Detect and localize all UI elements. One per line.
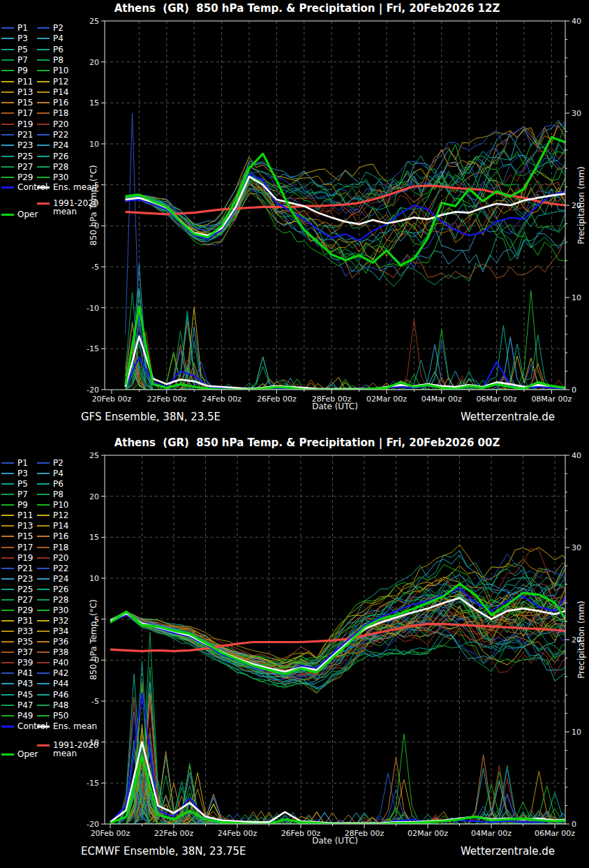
member-precip-line xyxy=(110,674,587,824)
precip-tick-label: 40 xyxy=(572,451,581,460)
panel-gfs-ensemble: 2520151050-5-10-15-2001020304020Feb 00z2… xyxy=(0,0,589,434)
temp-tick-label: 20 xyxy=(89,492,99,501)
precip-tick-label: 0 xyxy=(572,385,576,395)
member-precip-line xyxy=(110,682,587,824)
temp-tick-label: -15 xyxy=(87,344,99,353)
member-precip-line xyxy=(110,661,587,824)
member-temp-line xyxy=(126,122,565,233)
temp-tick-label: 25 xyxy=(89,451,99,460)
gfs-watermark: Wetterzentrale.de xyxy=(461,411,555,423)
ensemble-member-lines xyxy=(110,538,587,824)
member-precip-line xyxy=(110,728,587,824)
ecmwf-precip-axis-label: Precipitation (mm) xyxy=(576,528,586,751)
series-1991-2020-mean-temp xyxy=(126,186,565,214)
member-temp-line xyxy=(110,554,587,675)
series-ens-mean-precip xyxy=(126,336,565,388)
member-precip-line xyxy=(110,693,587,824)
series-layer xyxy=(126,113,565,390)
temp-tick-label: -20 xyxy=(87,385,99,395)
member-temp-line xyxy=(126,123,565,237)
gfs-precip-axis-label: Precipitation (mm) xyxy=(576,94,586,317)
series-control-precip xyxy=(110,693,587,824)
member-precip-line xyxy=(110,667,587,824)
gfs-chart-title: Athens (GR) 850 hPa Temp. & Precipitatio… xyxy=(98,2,516,15)
panel-ecmwf-ensemble: 2520151050-5-10-15-2001020304020Feb 00z2… xyxy=(0,434,589,868)
ecmwf-model-caption: ECMWF Ensemble, 38N, 23.75E xyxy=(81,845,246,858)
member-temp-line xyxy=(126,169,565,229)
member-temp-line xyxy=(126,145,565,277)
member-temp-line xyxy=(126,148,565,230)
temp-tick-label: -15 xyxy=(87,779,99,788)
member-precip-line xyxy=(110,697,587,824)
member-precip-line xyxy=(110,700,587,825)
member-precip-line xyxy=(110,703,587,824)
temp-tick-label: -20 xyxy=(87,820,99,829)
member-precip-line xyxy=(110,632,587,824)
ecmwf-chart-title: Athens (GR) 850 hPa Temp. & Precipitatio… xyxy=(98,436,516,449)
member-temp-line xyxy=(110,614,587,684)
member-temp-line xyxy=(110,614,587,693)
ecmwf-temp-axis-label: 850 hPa Temp. (°C) xyxy=(89,528,98,751)
gfs-x-axis-label: Date (UTC) xyxy=(105,402,565,411)
temp-tick-label: 25 xyxy=(89,17,99,26)
temp-tick-label: 20 xyxy=(89,58,99,67)
gfs-model-caption: GFS Ensemble, 38N, 23.5E xyxy=(81,411,221,423)
member-precip-line xyxy=(110,682,587,825)
gfs-temp-axis-label: 850 hPa Temp. (°C) xyxy=(89,94,98,317)
ecmwf-x-axis-label: Date (UTC) xyxy=(105,836,565,846)
ensemble-member-lines xyxy=(126,113,565,390)
member-precip-line xyxy=(110,728,587,824)
precip-tick-label: 40 xyxy=(572,17,581,26)
series-layer xyxy=(110,538,587,824)
precip-tick-label: 0 xyxy=(572,820,576,829)
member-precip-line xyxy=(110,686,587,824)
member-precip-line xyxy=(110,725,587,824)
ecmwf-watermark: Wetterzentrale.de xyxy=(461,845,555,858)
member-precip-line xyxy=(110,746,587,825)
